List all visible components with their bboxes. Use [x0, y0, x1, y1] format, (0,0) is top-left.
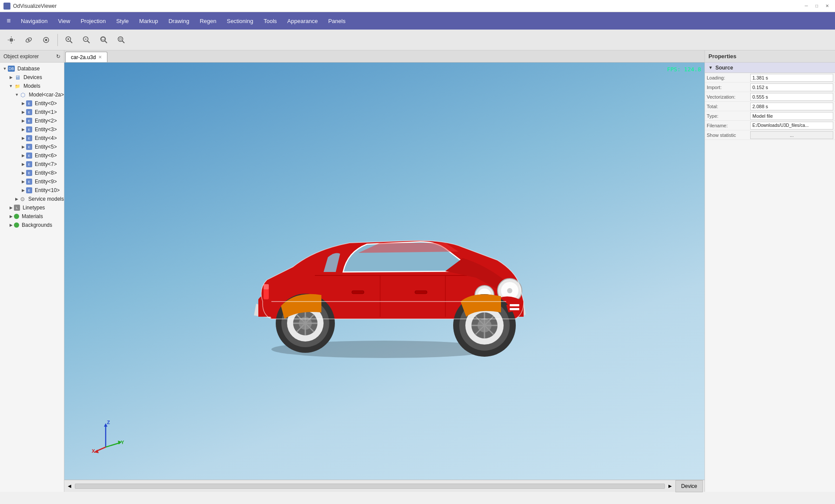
source-section-header[interactable]: ▼ Source — [705, 63, 835, 73]
zoom-in-button[interactable] — [61, 32, 77, 48]
tree-toggle-model-car2a[interactable]: ▼ — [14, 93, 20, 97]
tree-toggle-database[interactable]: ▼ — [2, 66, 8, 71]
tree-toggle-entity0[interactable]: ▶ — [20, 101, 26, 106]
menu-regen[interactable]: Regen — [194, 12, 221, 30]
main-layout: Object explorer ↻ ▼ DB Database ▶ 🖥 Devi… — [0, 50, 835, 492]
menu-tools[interactable]: Tools — [258, 12, 282, 30]
zoom-window-button[interactable] — [96, 32, 112, 48]
tree-toggle-entity2[interactable]: ▶ — [20, 119, 26, 123]
tree-item-entity4[interactable]: ▶ E Entity<4> — [0, 134, 64, 143]
titlebar: OdVisualizeViewer ─ □ ✕ — [0, 0, 835, 12]
scroll-right-button[interactable]: ▶ — [667, 483, 674, 490]
menu-appearance[interactable]: Appearance — [282, 12, 323, 30]
tree-toggle-entity1[interactable]: ▶ — [20, 110, 26, 114]
entity8-icon: E — [26, 170, 32, 176]
entity9-icon: E — [26, 179, 32, 185]
tree-label-models: Models — [23, 83, 40, 89]
svg-text:Y: Y — [121, 440, 124, 445]
tree-item-database[interactable]: ▼ DB Database — [0, 64, 64, 73]
tree-toggle-entity8[interactable]: ▶ — [20, 171, 26, 175]
menu-panels[interactable]: Panels — [323, 12, 351, 30]
entity1-icon: E — [26, 109, 32, 115]
svg-text:Z: Z — [107, 420, 110, 425]
refresh-icon[interactable]: ↻ — [56, 53, 60, 60]
svg-point-4 — [45, 39, 47, 41]
axis-indicator: Z Y X — [90, 419, 125, 454]
bottom-bar: ◀ ▶ Device — [64, 480, 705, 492]
look-button[interactable] — [38, 32, 54, 48]
tree-item-entity2[interactable]: ▶ E Entity<2> — [0, 116, 64, 125]
tab-label-car2a: car-2a.u3d — [71, 54, 96, 60]
maximize-button[interactable]: □ — [812, 2, 821, 10]
properties-title: Properties — [708, 53, 736, 60]
zoom-extents-button[interactable] — [114, 32, 129, 48]
menubar: ≡ Navigation View Projection Style Marku… — [0, 12, 835, 30]
tree-item-entity6[interactable]: ▶ E Entity<6> — [0, 151, 64, 160]
tab-close-car2a[interactable]: ✕ — [98, 55, 102, 60]
tab-car2a[interactable]: car-2a.u3d ✕ — [65, 52, 107, 62]
prop-type: Type: Model file — [705, 111, 835, 121]
tree-item-entity1[interactable]: ▶ E Entity<1> — [0, 108, 64, 116]
scroll-left-button[interactable]: ◀ — [66, 483, 73, 490]
hamburger-menu[interactable]: ≡ — [2, 12, 16, 30]
tree-toggle-entity9[interactable]: ▶ — [20, 179, 26, 184]
tree-toggle-backgrounds[interactable]: ▶ — [8, 223, 14, 227]
minimize-button[interactable]: ─ — [802, 2, 811, 10]
tree-item-entity9[interactable]: ▶ E Entity<9> — [0, 177, 64, 186]
tree-toggle-models[interactable]: ▼ — [8, 84, 14, 88]
tree-toggle-entity7[interactable]: ▶ — [20, 162, 26, 166]
tree-toggle-entity6[interactable]: ▶ — [20, 153, 26, 158]
tree-toggle-devices[interactable]: ▶ — [8, 75, 14, 80]
tree-item-linetypes[interactable]: ▶ L Linetypes — [0, 203, 64, 212]
tree-item-backgrounds[interactable]: ▶ Backgrounds — [0, 221, 64, 229]
pan-button[interactable] — [3, 32, 19, 48]
menu-markup[interactable]: Markup — [134, 12, 163, 30]
tree-item-devices[interactable]: ▶ 🖥 Devices — [0, 73, 64, 82]
menu-sectioning[interactable]: Sectioning — [221, 12, 258, 30]
tree-item-models[interactable]: ▼ 📁 Models — [0, 82, 64, 90]
prop-value-total: 2.088 s — [750, 103, 833, 110]
menu-drawing[interactable]: Drawing — [163, 12, 194, 30]
tree-toggle-entity5[interactable]: ▶ — [20, 145, 26, 149]
tree: ▼ DB Database ▶ 🖥 Devices ▼ 📁 Models ▼ ⬡… — [0, 63, 64, 492]
tree-toggle-entity10[interactable]: ▶ — [20, 188, 26, 192]
prop-label-total: Total: — [707, 104, 750, 109]
viewport[interactable]: FPS: 124.8 — [64, 63, 705, 480]
tree-item-entity7[interactable]: ▶ E Entity<7> — [0, 160, 64, 169]
menu-projection[interactable]: Projection — [75, 12, 111, 30]
tree-item-service-models[interactable]: ▶ ⚙ Service models — [0, 195, 64, 203]
menu-navigation[interactable]: Navigation — [16, 12, 53, 30]
tree-item-materials[interactable]: ▶ Materials — [0, 212, 64, 221]
entity5-icon: E — [26, 144, 32, 150]
svg-point-17 — [120, 38, 122, 40]
tree-toggle-entity4[interactable]: ▶ — [20, 136, 26, 140]
tree-toggle-linetypes[interactable]: ▶ — [8, 206, 14, 210]
device-tab[interactable]: Device — [675, 480, 703, 492]
prop-show-statistic[interactable]: Show statistic ... — [705, 130, 835, 140]
tree-item-entity5[interactable]: ▶ E Entity<5> — [0, 143, 64, 151]
menu-view[interactable]: View — [53, 12, 75, 30]
close-button[interactable]: ✕ — [823, 2, 832, 10]
menu-style[interactable]: Style — [111, 12, 134, 30]
tree-toggle-materials[interactable]: ▶ — [8, 214, 14, 219]
app-icon — [3, 3, 10, 10]
entity6-icon: E — [26, 153, 32, 159]
tree-item-entity3[interactable]: ▶ E Entity<3> — [0, 125, 64, 134]
service-models-icon: ⚙ — [20, 196, 26, 202]
tree-item-entity0[interactable]: ▶ E Entity<0> — [0, 99, 64, 108]
backgrounds-icon — [14, 222, 19, 228]
svg-text:X: X — [92, 448, 95, 454]
scroll-track[interactable] — [75, 484, 665, 489]
svg-line-6 — [70, 41, 72, 43]
tree-toggle-entity3[interactable]: ▶ — [20, 127, 26, 132]
orbit-button[interactable] — [21, 32, 37, 48]
tree-toggle-service-models[interactable]: ▶ — [14, 197, 20, 201]
toolbar — [0, 30, 835, 50]
tree-item-entity10[interactable]: ▶ E Entity<10> — [0, 186, 64, 195]
zoom-out-button[interactable] — [79, 32, 94, 48]
tree-item-model-car2a[interactable]: ▼ ⬡ Model<car-2a> — [0, 90, 64, 99]
prop-value-show-statistic[interactable]: ... — [750, 131, 833, 139]
tree-item-entity8[interactable]: ▶ E Entity<8> — [0, 169, 64, 177]
tree-label-entity6: Entity<6> — [35, 153, 57, 159]
prop-label-type: Type: — [707, 113, 750, 119]
